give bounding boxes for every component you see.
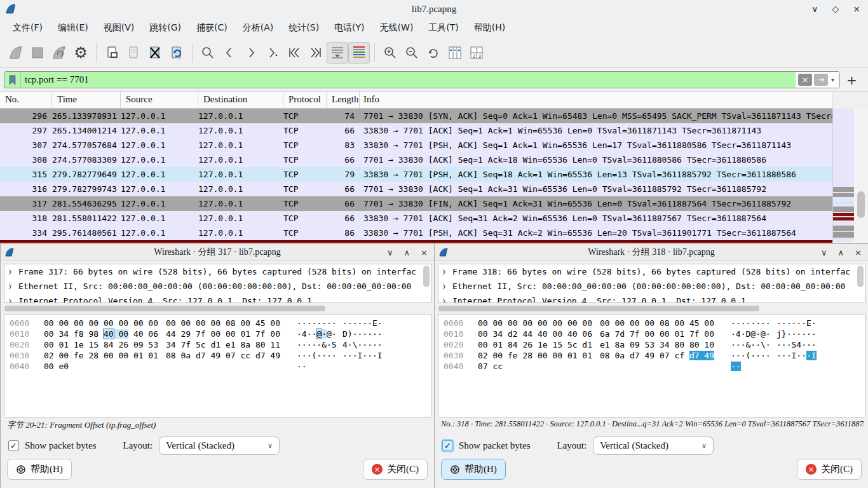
menu-item[interactable]: 编辑(E) xyxy=(51,20,95,36)
layout-icon[interactable]: 123 xyxy=(466,42,487,64)
reload-file-icon[interactable] xyxy=(166,42,187,64)
packet-detail-tree[interactable]: ›Frame 317: 66 bytes on wire (528 bits),… xyxy=(4,264,431,303)
expand-chevron-icon[interactable]: › xyxy=(442,294,454,303)
tree-row[interactable]: ›Internet Protocol Version 4, Src: 127.0… xyxy=(4,294,431,303)
menu-item[interactable]: 跳转(G) xyxy=(143,20,187,36)
packet-row[interactable]: 297265.134001214127.0.0.1127.0.0.1TCP663… xyxy=(0,123,832,138)
menu-item[interactable]: 帮助(H) xyxy=(468,20,512,36)
show-packet-bytes-checkbox[interactable]: ✓ xyxy=(442,440,453,451)
scrollbar-thumb[interactable] xyxy=(857,191,865,218)
dialog-titlebar[interactable]: Wireshark · 分组 317 · lib7.pcapng ∨ ∧ × xyxy=(1,244,434,261)
start-capture-icon[interactable] xyxy=(5,42,27,64)
find-packet-icon[interactable] xyxy=(197,42,219,64)
menu-item[interactable]: 工具(T) xyxy=(422,20,465,36)
scrollbar-thumb[interactable] xyxy=(857,266,864,287)
zoom-reset-icon[interactable] xyxy=(423,42,444,64)
packet-row[interactable]: 316279.782799743127.0.0.1127.0.0.1TCP667… xyxy=(0,182,832,196)
menu-item[interactable]: 捕获(C) xyxy=(190,20,234,36)
last-packet-icon[interactable] xyxy=(305,42,327,64)
open-file-icon[interactable] xyxy=(101,42,123,64)
auto-scroll-icon[interactable] xyxy=(327,42,348,64)
display-filter-input[interactable] xyxy=(21,72,796,88)
window-titlebar[interactable]: lib7.pcapng ∨ ◇ × xyxy=(0,0,868,18)
column-header[interactable]: Destination xyxy=(198,92,283,108)
help-button[interactable]: 帮助(H) xyxy=(441,459,506,480)
close-icon[interactable]: × xyxy=(853,4,860,14)
close-file-icon[interactable] xyxy=(144,42,166,64)
layout-select[interactable]: Vertical (Stacked) ∨ xyxy=(159,437,280,455)
column-header[interactable]: Time xyxy=(52,92,121,108)
tree-scrollbar[interactable] xyxy=(423,266,430,302)
go-to-packet-icon[interactable] xyxy=(262,42,283,64)
menu-item[interactable]: 电话(Y) xyxy=(328,20,370,36)
menu-item[interactable]: 无线(W) xyxy=(374,20,420,36)
scrollbar-thumb[interactable] xyxy=(438,306,759,311)
expand-chevron-icon[interactable]: › xyxy=(442,264,454,279)
go-back-icon[interactable] xyxy=(219,42,240,64)
close-icon[interactable]: × xyxy=(855,248,862,257)
layout-select[interactable]: Vertical (Stacked) ∨ xyxy=(593,437,714,455)
filter-dropdown-icon[interactable]: ▾ xyxy=(830,76,836,83)
help-button[interactable]: 帮助(H) xyxy=(7,459,72,480)
minimize-icon[interactable]: ∨ xyxy=(821,248,827,257)
expand-chevron-icon[interactable]: › xyxy=(8,264,20,279)
stop-capture-icon[interactable] xyxy=(27,42,48,64)
tree-row[interactable]: ›Internet Protocol Version 4, Src: 127.0… xyxy=(438,294,865,303)
expand-chevron-icon[interactable]: › xyxy=(8,294,20,303)
close-dialog-button[interactable]: × 关闭(C) xyxy=(363,459,428,480)
show-packet-bytes-checkbox[interactable]: ✓ xyxy=(8,440,19,451)
menu-item[interactable]: 视图(V) xyxy=(97,20,141,36)
expand-chevron-icon[interactable]: › xyxy=(442,279,454,294)
tree-row[interactable]: ›Frame 318: 66 bytes on wire (528 bits),… xyxy=(438,264,865,279)
scrollbar-thumb[interactable] xyxy=(4,306,325,311)
tree-hscrollbar[interactable] xyxy=(4,306,424,312)
clear-filter-icon[interactable]: × xyxy=(798,74,812,86)
packet-row[interactable]: 315279.782779649127.0.0.1127.0.0.1TCP793… xyxy=(0,167,832,182)
close-dialog-button[interactable]: × 关闭(C) xyxy=(797,459,862,480)
column-header[interactable]: Length xyxy=(327,92,360,108)
hex-dump-pane[interactable]: 000000 00 00 00 00 00 00 0000 00 00 00 0… xyxy=(4,314,431,417)
tree-scrollbar[interactable] xyxy=(857,266,864,302)
menu-item[interactable]: 文件(F) xyxy=(6,20,49,36)
menu-item[interactable]: 分析(A) xyxy=(236,20,280,36)
tree-row[interactable]: ›Frame 317: 66 bytes on wire (528 bits),… xyxy=(4,264,431,279)
tree-row[interactable]: ›Ethernet II, Src: 00:00:00_00:00:00 (00… xyxy=(438,279,865,294)
save-file-icon[interactable]: 01010110 xyxy=(123,42,144,64)
packet-detail-tree[interactable]: ›Frame 318: 66 bytes on wire (528 bits),… xyxy=(438,264,865,303)
zoom-in-icon[interactable] xyxy=(379,42,401,64)
packet-row[interactable]: 308274.577083309127.0.0.1127.0.0.1TCP667… xyxy=(0,152,832,167)
colorize-icon[interactable] xyxy=(348,42,370,64)
packet-row[interactable]: 307274.577057684127.0.0.1127.0.0.1TCP833… xyxy=(0,138,832,152)
capture-options-icon[interactable]: ⚙ xyxy=(70,42,92,64)
packet-row-partial[interactable] xyxy=(0,240,832,243)
maximize-icon[interactable]: ∧ xyxy=(404,248,410,257)
intelligent-scrollbar[interactable] xyxy=(832,109,854,242)
menu-item[interactable]: 统计(S) xyxy=(282,20,325,36)
packet-list-scrollbar[interactable] xyxy=(854,109,868,242)
column-header[interactable]: Info xyxy=(360,92,832,108)
go-forward-icon[interactable] xyxy=(240,42,262,64)
dialog-titlebar[interactable]: Wireshark · 分组 318 · lib7.pcapng ∨ ∧ × xyxy=(435,244,868,261)
maximize-icon[interactable]: ∧ xyxy=(838,248,844,257)
minimize-icon[interactable]: ∨ xyxy=(811,4,818,14)
restart-capture-icon[interactable] xyxy=(48,42,70,64)
column-header[interactable]: No. xyxy=(0,92,52,108)
packet-row[interactable]: 317281.554636295127.0.0.1127.0.0.1TCP667… xyxy=(0,196,832,211)
tree-hscrollbar[interactable] xyxy=(438,306,858,312)
apply-filter-icon[interactable]: → xyxy=(814,74,828,86)
packet-row[interactable]: 318281.558011422127.0.0.1127.0.0.1TCP663… xyxy=(0,211,832,226)
column-header[interactable]: Source xyxy=(121,92,198,108)
zoom-out-icon[interactable] xyxy=(401,42,423,64)
maximize-icon[interactable]: ◇ xyxy=(832,4,839,14)
resize-columns-icon[interactable] xyxy=(444,42,466,64)
add-filter-button[interactable]: + xyxy=(846,72,857,88)
filter-bookmark-icon[interactable] xyxy=(4,72,21,88)
display-filter-field[interactable]: × → ▾ xyxy=(4,71,840,88)
hex-dump-pane[interactable]: 000000 00 00 00 00 00 00 0000 00 00 00 0… xyxy=(438,314,865,417)
minimize-icon[interactable]: ∨ xyxy=(387,248,393,257)
tree-row[interactable]: ›Ethernet II, Src: 00:00:00_00:00:00 (00… xyxy=(4,279,431,294)
column-header[interactable]: Protocol xyxy=(283,92,327,108)
close-icon[interactable]: × xyxy=(421,248,428,257)
scrollbar-thumb[interactable] xyxy=(423,266,430,287)
packet-row[interactable]: 296265.133978931127.0.0.1127.0.0.1TCP747… xyxy=(0,109,832,123)
